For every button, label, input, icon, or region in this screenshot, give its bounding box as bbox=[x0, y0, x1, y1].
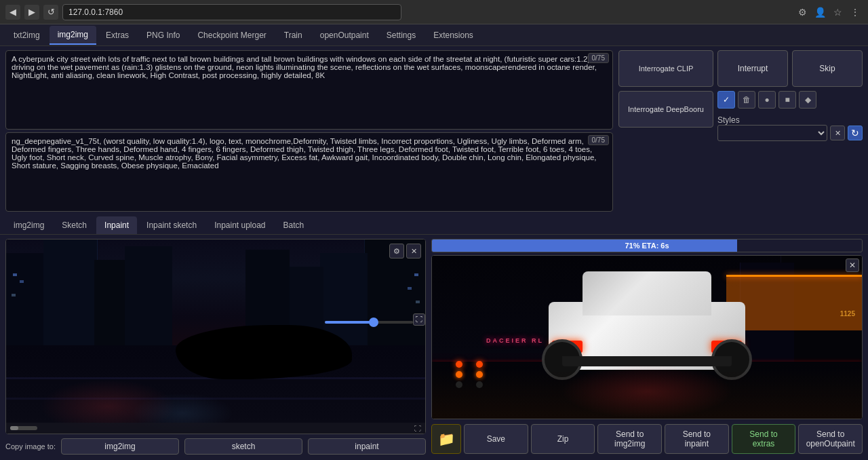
tab-train[interactable]: Train bbox=[276, 26, 311, 45]
styles-apply-button[interactable]: ↻ bbox=[848, 126, 863, 140]
browser-icons: ⚙ 👤 ☆ ⋮ bbox=[795, 5, 863, 20]
extensions-icon[interactable]: ⚙ bbox=[795, 5, 810, 20]
tab-open-outpaint[interactable]: openOutpaint bbox=[312, 26, 377, 45]
cyberpunk-canvas: DACEIER RL bbox=[6, 239, 425, 434]
right-top: Interrogate CLIP Interrogate DeepBooru I… bbox=[618, 50, 863, 141]
progress-bar: 71% ETA: 6s bbox=[431, 239, 863, 252]
output-area: 71% ETA: 6s bbox=[431, 239, 863, 456]
tab-checkpoint-merger[interactable]: Checkpoint Merger bbox=[189, 26, 274, 45]
sub-tab-img2img[interactable]: img2img bbox=[5, 216, 52, 234]
canvas-zoom-button[interactable]: ⛶ bbox=[414, 425, 421, 432]
tab-settings[interactable]: Settings bbox=[378, 26, 424, 45]
circle-icon[interactable]: ● bbox=[758, 91, 776, 109]
copy-to-img2img-button[interactable]: img2img bbox=[61, 438, 179, 455]
trash-icon[interactable]: 🗑 bbox=[738, 91, 755, 109]
profile-icon[interactable]: 👤 bbox=[812, 5, 827, 20]
top-section: A cyberpunk city street with lots of tra… bbox=[0, 46, 868, 216]
brush-size-slider[interactable] bbox=[325, 321, 413, 324]
copy-row: Copy image to: img2img sketch inpaint bbox=[5, 437, 426, 456]
tab-png-info[interactable]: PNG Info bbox=[138, 26, 188, 45]
negative-prompt-counter: 0/75 bbox=[588, 135, 609, 145]
send-to-img2img-button[interactable]: Send to img2img bbox=[597, 424, 662, 454]
url-bar[interactable] bbox=[62, 4, 401, 20]
interrogate-group: Interrogate CLIP Interrogate DeepBooru bbox=[618, 50, 713, 141]
canvas-expand-button[interactable]: ⛶ bbox=[413, 313, 425, 326]
interrupt-skip-row: Interrupt Skip bbox=[717, 50, 863, 87]
interrupt-button[interactable]: Interrupt bbox=[717, 50, 788, 87]
copy-label: Copy image to: bbox=[5, 442, 56, 451]
canvas-toolbar: ⚙ ✕ bbox=[389, 244, 421, 258]
bottom-section: DACEIER RL bbox=[0, 235, 868, 460]
prompts-area: A cyberpunk city street with lots of tra… bbox=[5, 50, 613, 212]
browser-chrome: ◀ ▶ ↺ ⚙ 👤 ☆ ⋮ bbox=[0, 0, 868, 24]
canvas-bottom-bar: ⛶ bbox=[6, 423, 425, 434]
open-folder-button[interactable]: 📁 bbox=[431, 424, 461, 454]
tab-img2img[interactable]: img2img bbox=[50, 26, 96, 45]
save-button[interactable]: Save bbox=[464, 424, 528, 454]
interrupt-skip-group: Interrupt Skip ✓ 🗑 ● ■ ◆ Styles bbox=[717, 50, 863, 141]
main-content: A cyberpunk city street with lots of tra… bbox=[0, 46, 868, 460]
bookmark-icon[interactable]: ☆ bbox=[830, 5, 845, 20]
right-panel: Interrogate CLIP Interrogate DeepBooru I… bbox=[618, 50, 863, 212]
output-close-button[interactable]: ✕ bbox=[846, 258, 859, 272]
main-nav-tabs: txt2img img2img Extras PNG Info Checkpoi… bbox=[0, 24, 868, 46]
positive-prompt-container: A cyberpunk city street with lots of tra… bbox=[5, 50, 613, 130]
progress-bar-label: 71% ETA: 6s bbox=[432, 239, 862, 252]
output-image-wrapper: DACEIER RL bbox=[431, 255, 863, 419]
send-to-extras-button[interactable]: Send to extras bbox=[732, 424, 796, 454]
tab-extras[interactable]: Extras bbox=[98, 26, 137, 45]
diamond-icon[interactable]: ◆ bbox=[799, 91, 816, 109]
forward-button[interactable]: ▶ bbox=[24, 5, 39, 20]
sub-tab-sketch[interactable]: Sketch bbox=[54, 216, 95, 234]
interrogate-clip-button[interactable]: Interrogate CLIP bbox=[618, 50, 713, 87]
canvas-area: DACEIER RL bbox=[5, 239, 426, 456]
sub-tab-inpaint[interactable]: Inpaint bbox=[96, 216, 137, 234]
car-shape bbox=[528, 256, 766, 370]
tab-extensions[interactable]: Extensions bbox=[425, 26, 481, 45]
positive-prompt-input[interactable]: A cyberpunk city street with lots of tra… bbox=[5, 50, 613, 130]
interrogate-deepbooru-button[interactable]: Interrogate DeepBooru bbox=[618, 91, 713, 128]
sub-tab-bar: img2img Sketch Inpaint Inpaint sketch In… bbox=[0, 216, 868, 235]
checkbox-icon[interactable]: ✓ bbox=[717, 91, 735, 109]
reload-button[interactable]: ↺ bbox=[43, 5, 58, 20]
styles-select-row: ✕ ↻ bbox=[717, 125, 863, 141]
negative-prompt-container: ng_deepnegative_v1_75t, (worst quality, … bbox=[5, 132, 613, 212]
sub-tab-inpaint-upload[interactable]: Inpaint upload bbox=[206, 216, 273, 234]
menu-icon[interactable]: ⋮ bbox=[848, 5, 863, 20]
zip-button[interactable]: Zip bbox=[531, 424, 595, 454]
positive-prompt-counter: 0/75 bbox=[588, 53, 609, 63]
copy-to-inpaint-button[interactable]: inpaint bbox=[308, 438, 426, 455]
canvas-close-button[interactable]: ✕ bbox=[406, 244, 421, 258]
square-icon[interactable]: ■ bbox=[778, 91, 796, 109]
styles-section: Styles ✕ ↻ bbox=[717, 113, 863, 141]
inpaint-mask bbox=[176, 325, 352, 379]
negative-prompt-input[interactable]: ng_deepnegative_v1_75t, (worst quality, … bbox=[5, 132, 613, 212]
sub-tab-batch[interactable]: Batch bbox=[275, 216, 313, 234]
skip-button[interactable]: Skip bbox=[792, 50, 863, 87]
car-canvas: DACEIER RL bbox=[432, 256, 862, 419]
tab-txt2img[interactable]: txt2img bbox=[5, 26, 48, 45]
canvas-scroll-track[interactable] bbox=[10, 426, 37, 430]
action-row: 📁 Save Zip Send to img2img Send to inpai… bbox=[431, 422, 863, 456]
copy-to-sketch-button[interactable]: sketch bbox=[184, 438, 302, 455]
canvas-settings-button[interactable]: ⚙ bbox=[389, 244, 404, 258]
canvas-scroll-thumb bbox=[10, 426, 18, 430]
sub-tab-inpaint-sketch[interactable]: Inpaint sketch bbox=[138, 216, 205, 234]
send-to-inpaint-button[interactable]: Send to inpaint bbox=[665, 424, 729, 454]
styles-select[interactable] bbox=[717, 125, 827, 141]
styles-label: Styles bbox=[717, 115, 863, 125]
canvas-wrapper[interactable]: DACEIER RL bbox=[5, 239, 426, 434]
send-to-outpaint-button[interactable]: Send to openOutpaint bbox=[798, 424, 863, 454]
back-button[interactable]: ◀ bbox=[5, 5, 20, 20]
style-icons-row: ✓ 🗑 ● ■ ◆ bbox=[717, 91, 863, 109]
styles-clear-button[interactable]: ✕ bbox=[830, 126, 845, 140]
